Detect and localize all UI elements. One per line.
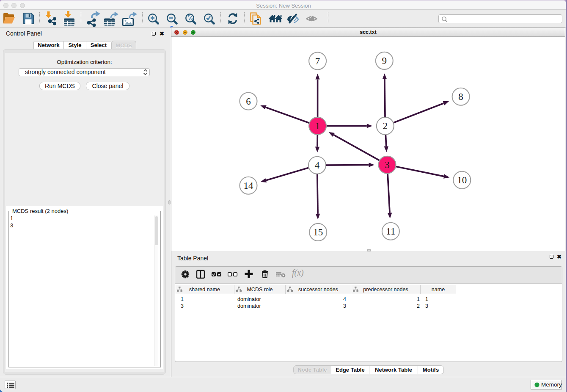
svg-text:1: 1 xyxy=(315,121,320,131)
svg-text:6: 6 xyxy=(246,96,251,107)
svg-text:8: 8 xyxy=(458,91,463,102)
svg-text:14: 14 xyxy=(244,180,254,191)
svg-text:7: 7 xyxy=(315,56,320,66)
svg-text:11: 11 xyxy=(386,226,395,237)
svg-text:10: 10 xyxy=(457,175,467,185)
svg-text:9: 9 xyxy=(382,55,387,66)
svg-text:3: 3 xyxy=(385,160,390,170)
svg-text:2: 2 xyxy=(383,121,388,131)
svg-text:15: 15 xyxy=(313,227,323,237)
svg-text:4: 4 xyxy=(315,160,320,171)
